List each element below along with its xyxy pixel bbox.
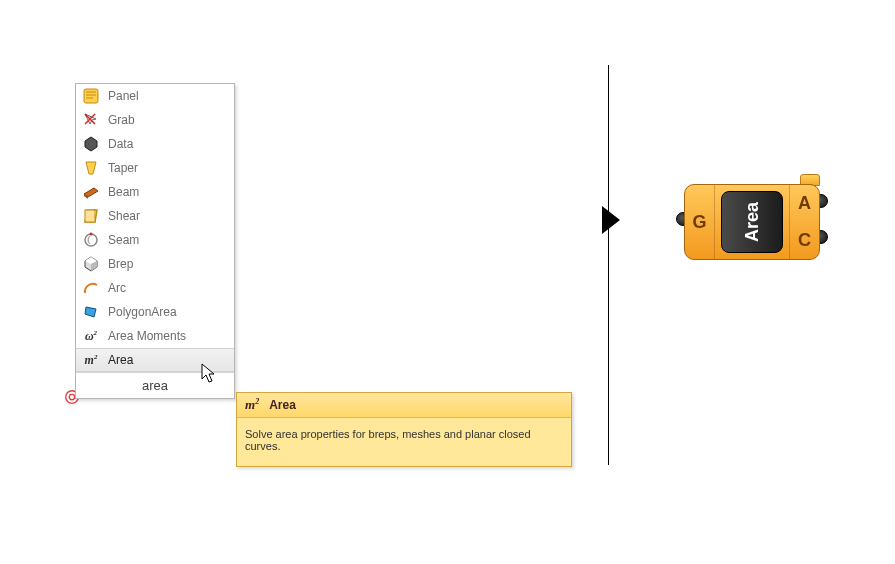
- svg-rect-2: [84, 89, 98, 103]
- grab-icon: [82, 111, 100, 129]
- svg-point-1: [69, 394, 74, 399]
- menu-item-label: Shear: [108, 209, 228, 223]
- menu-item-polygonarea[interactable]: PolygonArea: [76, 300, 234, 324]
- menu-item-areamoments[interactable]: ω2 Area Moments: [76, 324, 234, 348]
- menu-item-label: Grab: [108, 113, 228, 127]
- menu-item-label: Seam: [108, 233, 228, 247]
- menu-item-label: Data: [108, 137, 228, 151]
- menu-item-label: Area Moments: [108, 329, 228, 343]
- menu-item-label: Arc: [108, 281, 228, 295]
- node-output-column: A C: [789, 185, 819, 259]
- arrow-right-icon: [602, 206, 620, 234]
- node-body: G Area A C: [684, 184, 820, 260]
- component-search-input[interactable]: [82, 376, 228, 395]
- data-icon: [82, 135, 100, 153]
- menu-item-label: Beam: [108, 185, 228, 199]
- svg-marker-6: [86, 162, 96, 174]
- menu-item-label: Brep: [108, 257, 228, 271]
- tooltip-header: m2 Area: [237, 393, 571, 418]
- tooltip-title: Area: [269, 398, 296, 412]
- svg-rect-8: [85, 210, 95, 222]
- menu-item-area[interactable]: m2 Area: [76, 348, 234, 372]
- taper-icon: [82, 159, 100, 177]
- node-output-label-c[interactable]: C: [798, 230, 811, 251]
- menu-item-arc[interactable]: Arc: [76, 276, 234, 300]
- area-icon: m2: [245, 397, 259, 413]
- menu-item-seam[interactable]: Seam: [76, 228, 234, 252]
- node-output-label-a[interactable]: A: [798, 193, 811, 214]
- menu-item-panel[interactable]: Panel: [76, 84, 234, 108]
- svg-marker-5: [85, 137, 97, 151]
- menu-item-taper[interactable]: Taper: [76, 156, 234, 180]
- area-icon: m2: [82, 351, 100, 369]
- component-search-menu: Panel Grab Data Taper Beam Shear Seam: [75, 83, 235, 399]
- menu-item-brep[interactable]: Brep: [76, 252, 234, 276]
- svg-point-9: [85, 234, 97, 246]
- node-core-label: Area: [721, 191, 783, 253]
- menu-item-label: Taper: [108, 161, 228, 175]
- menu-item-label: Area: [108, 353, 228, 367]
- node-input-column: G: [685, 185, 715, 259]
- arc-icon: [82, 279, 100, 297]
- component-tooltip: m2 Area Solve area properties for breps,…: [236, 392, 572, 467]
- menu-item-label: PolygonArea: [108, 305, 228, 319]
- node-core: Area: [715, 185, 789, 259]
- brep-icon: [82, 255, 100, 273]
- shear-icon: [82, 207, 100, 225]
- svg-marker-14: [85, 307, 96, 317]
- menu-item-data[interactable]: Data: [76, 132, 234, 156]
- area-component-node[interactable]: G Area A C: [678, 182, 826, 262]
- panel-icon: [82, 87, 100, 105]
- search-row: [76, 372, 234, 398]
- menu-item-shear[interactable]: Shear: [76, 204, 234, 228]
- node-input-label[interactable]: G: [692, 212, 706, 233]
- seam-icon: [82, 231, 100, 249]
- vertical-separator: [608, 65, 609, 465]
- menu-item-grab[interactable]: Grab: [76, 108, 234, 132]
- menu-item-beam[interactable]: Beam: [76, 180, 234, 204]
- svg-point-10: [90, 233, 93, 236]
- menu-item-label: Panel: [108, 89, 228, 103]
- tooltip-description: Solve area properties for breps, meshes …: [237, 418, 571, 466]
- polygonarea-icon: [82, 303, 100, 321]
- areamoments-icon: ω2: [82, 327, 100, 345]
- beam-icon: [82, 183, 100, 201]
